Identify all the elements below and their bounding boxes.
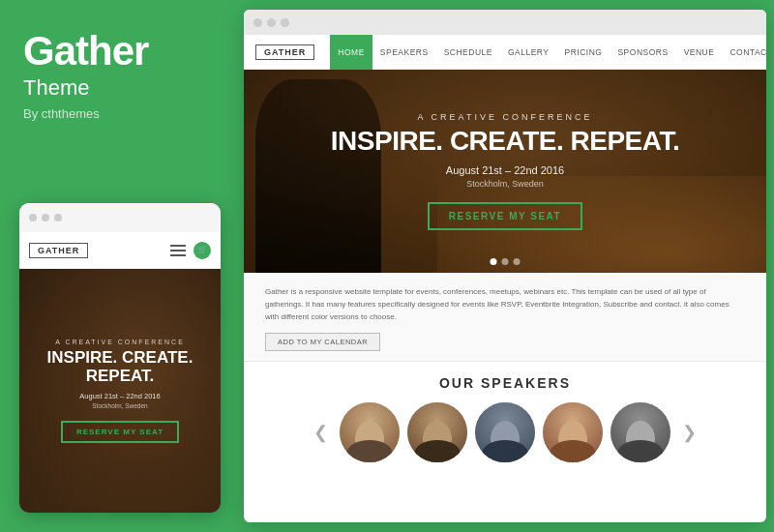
mobile-reserve-button[interactable]: RESERVE MY SEAT [61,421,179,443]
nav-item-home[interactable]: HOME [330,35,372,70]
browser-dot-3 [281,18,289,27]
nav-item-pricing[interactable]: PRICING [557,35,610,70]
browser-dot-2 [267,18,276,27]
speaker-avatar-3 [475,402,535,462]
speaker-avatar-4 [543,402,603,462]
hero-title: INSPIRE. CREATE. REPEAT. [331,127,679,157]
left-panel: Gather Theme By cththemes GATHER A CREAT… [0,0,240,532]
hero-location: Stockholm, Sweden [466,179,544,189]
mobile-dot-3 [54,214,62,222]
mobile-dot-1 [29,214,37,222]
brand-author: By cththemes [23,106,217,121]
site-nav: GATHER HOME SPEAKERS SCHEDULE GALLERY PR… [244,35,766,70]
site-info-section: Gather is a responsive website template … [244,273,766,362]
nav-item-venue[interactable]: VENUE [676,35,723,70]
nav-item-schedule[interactable]: SCHEDULE [436,35,500,70]
speakers-section: OUR SPEAKERS ❮ [244,362,766,472]
speakers-next-arrow[interactable]: ❯ [678,422,700,443]
mobile-cart-icon[interactable] [194,242,211,259]
site-info-text: Gather is a responsive website template … [265,286,745,323]
nav-item-sponsors[interactable]: SPONSORS [610,35,675,70]
nav-item-contact[interactable]: CONTACT [722,35,766,70]
mobile-logo: GATHER [29,243,88,258]
hero-cta-button[interactable]: RESERVE MY SEAT [428,202,582,230]
speaker-avatar-2 [407,402,467,462]
mobile-mockup: GATHER A CREATIVE CONFERENCE INSPIRE. CR… [19,203,221,513]
hero-dot-2[interactable] [502,258,509,265]
hamburger-icon[interactable] [170,245,186,256]
mobile-hero-location: Stockholm, Sweden [92,402,147,409]
mobile-nav: GATHER [19,232,221,269]
site-logo[interactable]: GATHER [255,44,314,60]
add-calendar-button[interactable]: ADD TO MY CALENDAR [265,333,380,351]
mobile-dot-2 [42,214,49,222]
browser-titlebar [244,10,766,35]
mobile-top-bar [19,203,221,232]
hero-carousel-dots [491,258,521,265]
brand-title: Gather [23,29,217,74]
mobile-hero-title: INSPIRE. CREATE. REPEAT. [31,349,209,385]
speakers-title: OUR SPEAKERS [244,375,766,391]
brand-subtitle: Theme [23,75,217,101]
nav-item-gallery[interactable]: GALLERY [500,35,557,70]
browser-mockup: GATHER HOME SPEAKERS SCHEDULE GALLERY PR… [244,10,766,522]
site-hero: A CREATIVE CONFERENCE INSPIRE. CREATE. R… [244,70,766,273]
nav-links: HOME SPEAKERS SCHEDULE GALLERY PRICING S… [330,35,766,70]
speaker-avatar-1 [340,402,400,462]
browser-dot-1 [253,18,262,27]
hero-figure-decoration [255,79,381,273]
mobile-hero-date: August 21st – 22nd 2016 [79,392,160,400]
speaker-avatar-5 [610,402,670,462]
speakers-prev-arrow[interactable]: ❮ [310,422,332,443]
hero-dot-3[interactable] [514,258,521,265]
nav-item-speakers[interactable]: SPEAKERS [372,35,436,70]
hero-subtitle: A CREATIVE CONFERENCE [418,112,593,122]
speakers-row: ❮ [244,402,766,462]
mobile-hero-sub: A CREATIVE CONFERENCE [55,339,185,345]
mobile-hero: A CREATIVE CONFERENCE INSPIRE. CREATE. R… [19,269,221,513]
hero-date: August 21st – 22nd 2016 [446,164,564,176]
hero-dot-1[interactable] [491,258,497,265]
